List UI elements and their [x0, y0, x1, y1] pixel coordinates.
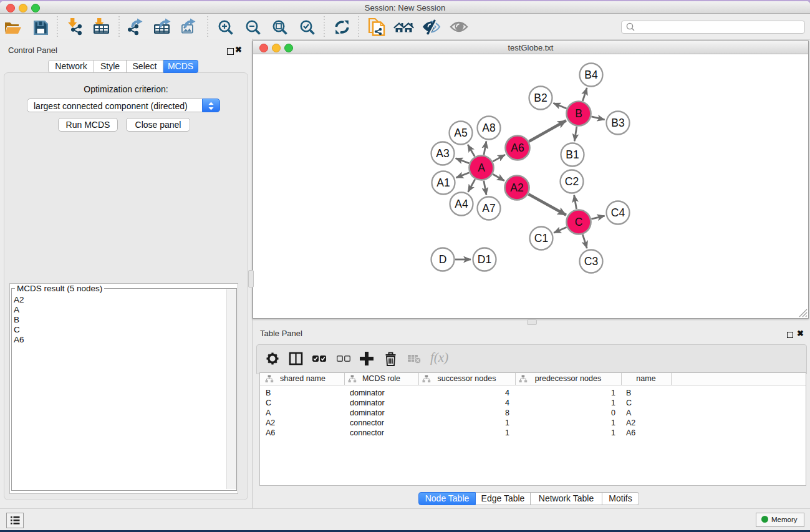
svg-text:C3: C3	[584, 255, 598, 268]
svg-text:A3: A3	[436, 147, 449, 160]
svg-text:A2: A2	[510, 181, 523, 194]
svg-text:B2: B2	[534, 92, 547, 104]
svg-text:C: C	[575, 216, 583, 228]
svg-text:A1: A1	[436, 177, 450, 189]
svg-text:D: D	[439, 253, 447, 266]
svg-text:C1: C1	[534, 232, 548, 244]
svg-text:A: A	[478, 162, 485, 174]
svg-text:A8: A8	[482, 122, 495, 134]
svg-text:A4: A4	[455, 198, 468, 210]
svg-text:A7: A7	[482, 202, 495, 215]
svg-text:B3: B3	[611, 117, 624, 129]
svg-text:B1: B1	[566, 148, 579, 161]
svg-text:A6: A6	[511, 142, 524, 154]
svg-text:C2: C2	[565, 175, 579, 188]
svg-text:B4: B4	[584, 69, 598, 81]
svg-text:C4: C4	[611, 206, 625, 219]
svg-text:A5: A5	[454, 127, 467, 139]
svg-text:B: B	[575, 107, 582, 120]
svg-text:D1: D1	[478, 253, 491, 266]
